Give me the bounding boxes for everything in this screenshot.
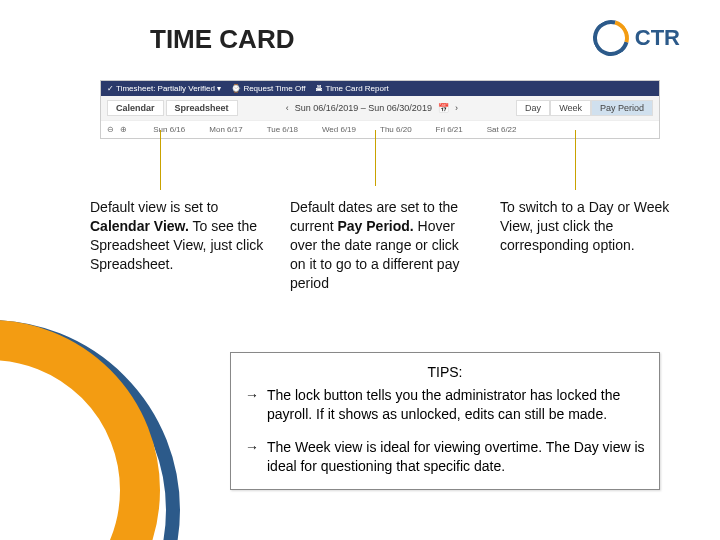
page-title: TIME CARD bbox=[150, 24, 294, 55]
tips-box: TIPS: → The lock button tells you the ad… bbox=[230, 352, 660, 490]
zoom-controls: ⊖ ⊕ bbox=[107, 125, 129, 134]
day-col: Fri 6/21 bbox=[436, 125, 463, 134]
text: To switch to a Day or Week View, just cl… bbox=[500, 199, 669, 253]
tip-text: The Week view is ideal for viewing overt… bbox=[267, 438, 645, 476]
time-card-report: 🖶 Time Card Report bbox=[315, 84, 388, 93]
view-tabs: Calendar Spreadsheet bbox=[107, 100, 238, 116]
view-week: Week bbox=[550, 100, 591, 116]
text: Default view is set to bbox=[90, 199, 218, 215]
text-bold: Pay Period. bbox=[337, 218, 413, 234]
logo-swirl-icon bbox=[586, 13, 635, 62]
connector-line bbox=[575, 130, 576, 190]
calendar-icon: 📅 bbox=[438, 103, 449, 113]
prev-icon: ‹ bbox=[286, 103, 289, 113]
connector-line bbox=[160, 130, 161, 190]
date-range: Sun 06/16/2019 – Sun 06/30/2019 bbox=[295, 103, 432, 113]
tips-title: TIPS: bbox=[245, 363, 645, 382]
day-col: Sat 6/22 bbox=[487, 125, 517, 134]
tip-item: → The Week view is ideal for viewing ove… bbox=[245, 438, 645, 476]
callout-calendar: Default view is set to Calendar View. To… bbox=[90, 198, 265, 274]
logo-text: CTR bbox=[635, 25, 680, 51]
tip-item: → The lock button tells you the administ… bbox=[245, 386, 645, 424]
arrow-icon: → bbox=[245, 386, 267, 424]
connector-line bbox=[375, 130, 376, 186]
decor-ring-orange bbox=[0, 320, 160, 540]
arrow-icon: → bbox=[245, 438, 267, 476]
text-bold: Calendar View. bbox=[90, 218, 189, 234]
tab-spreadsheet: Spreadsheet bbox=[166, 100, 238, 116]
verify-status: ✓ Timesheet: Partially Verified ▾ bbox=[107, 84, 221, 93]
date-nav: ‹ Sun 06/16/2019 – Sun 06/30/2019 📅 › bbox=[286, 103, 458, 113]
day-col: Tue 6/18 bbox=[267, 125, 298, 134]
tip-text: The lock button tells you the administra… bbox=[267, 386, 645, 424]
next-icon: › bbox=[455, 103, 458, 113]
view-day: Day bbox=[516, 100, 550, 116]
day-col: Thu 6/20 bbox=[380, 125, 412, 134]
day-col: Wed 6/19 bbox=[322, 125, 356, 134]
day-col: Mon 6/17 bbox=[209, 125, 242, 134]
request-time-off: ⌚ Request Time Off bbox=[231, 84, 305, 93]
view-payperiod: Pay Period bbox=[591, 100, 653, 116]
callout-dates: Default dates are set to the current Pay… bbox=[290, 198, 465, 292]
range-views: Day Week Pay Period bbox=[516, 100, 653, 116]
logo: CTR bbox=[593, 20, 680, 56]
timecard-toolbar-screenshot: ✓ Timesheet: Partially Verified ▾ ⌚ Requ… bbox=[100, 80, 660, 139]
toolbar-row-top: ✓ Timesheet: Partially Verified ▾ ⌚ Requ… bbox=[101, 81, 659, 96]
day-col: Sun 6/16 bbox=[153, 125, 185, 134]
callout-views: To switch to a Day or Week View, just cl… bbox=[500, 198, 670, 255]
toolbar-row-main: Calendar Spreadsheet ‹ Sun 06/16/2019 – … bbox=[101, 96, 659, 120]
tab-calendar: Calendar bbox=[107, 100, 164, 116]
